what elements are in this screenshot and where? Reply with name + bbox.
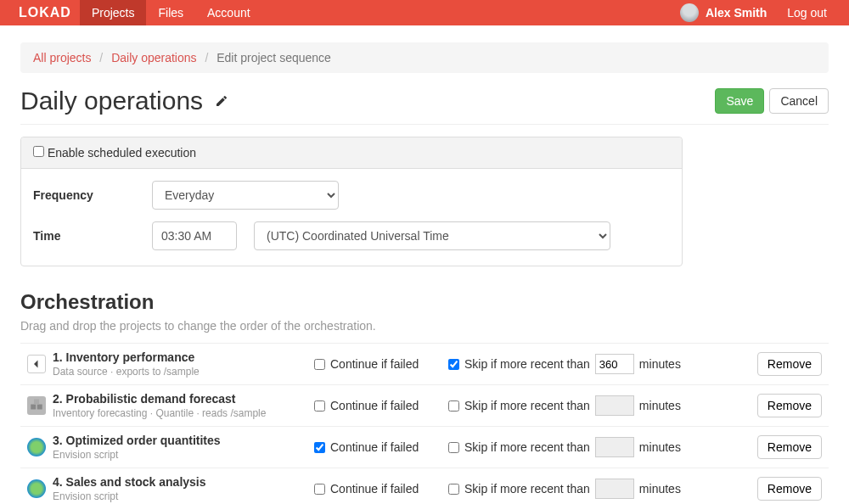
cancel-button[interactable]: Cancel <box>769 88 829 114</box>
save-button[interactable]: Save <box>715 88 764 114</box>
orchestration-help: Drag and drop the projects to change the… <box>20 319 829 333</box>
row-subtitle: Envision script <box>53 490 307 502</box>
frequency-label: Frequency <box>33 188 152 202</box>
enable-scheduled-label[interactable]: Enable scheduled execution <box>33 146 196 160</box>
svg-rect-0 <box>31 405 36 410</box>
continue-if-failed-label: Continue if failed <box>330 357 419 371</box>
row-title: 4. Sales and stock analysis <box>53 475 307 489</box>
remove-button[interactable]: Remove <box>757 435 822 459</box>
brand-logo[interactable]: LOKAD <box>10 0 80 25</box>
remove-button[interactable]: Remove <box>757 394 822 417</box>
minutes-label: minutes <box>639 357 681 371</box>
skip-if-recent-label: Skip if more recent than <box>464 440 590 454</box>
row-subtitle: Envision script <box>53 449 307 461</box>
breadcrumb-current: Edit project sequence <box>216 51 331 64</box>
svg-rect-2 <box>34 400 39 405</box>
continue-if-failed-checkbox[interactable] <box>314 484 325 495</box>
minutes-input[interactable] <box>595 395 634 416</box>
orchestration-row[interactable]: 4. Sales and stock analysis Envision scr… <box>20 468 829 504</box>
remove-button[interactable]: Remove <box>757 352 822 376</box>
skip-if-recent-label: Skip if more recent than <box>464 357 590 371</box>
skip-if-recent-label: Skip if more recent than <box>464 482 590 496</box>
nav-projects[interactable]: Projects <box>80 0 147 25</box>
continue-if-failed-checkbox[interactable] <box>314 359 325 370</box>
nav-logout[interactable]: Log out <box>775 0 839 25</box>
page-title: Daily operations <box>20 87 203 115</box>
breadcrumb-sep: / <box>94 51 108 64</box>
skip-if-recent-label: Skip if more recent than <box>464 399 590 412</box>
breadcrumb-daily-operations[interactable]: Daily operations <box>111 51 196 64</box>
nav-files[interactable]: Files <box>146 0 195 25</box>
breadcrumb-all-projects[interactable]: All projects <box>33 51 91 64</box>
orchestration-row[interactable]: 2. Probabilistic demand forecast Invento… <box>20 385 829 427</box>
row-subtitle: Data source · exports to /sample <box>53 366 307 378</box>
remove-button[interactable]: Remove <box>757 477 822 501</box>
minutes-input[interactable] <box>595 437 634 457</box>
orchestration-row[interactable]: 3. Optimized order quantitites Envision … <box>20 427 829 468</box>
row-icon <box>27 438 46 456</box>
nav-user[interactable]: Alex Smith <box>672 0 775 25</box>
orchestration-row[interactable]: 1. Inventory performance Data source · e… <box>20 344 829 385</box>
skip-if-recent-checkbox[interactable] <box>448 484 459 495</box>
breadcrumb: All projects / Daily operations / Edit p… <box>20 42 829 73</box>
avatar <box>680 3 699 22</box>
row-title: 2. Probabilistic demand forecast <box>53 392 307 406</box>
row-icon <box>27 396 46 415</box>
schedule-panel: Enable scheduled execution Frequency Eve… <box>20 137 683 266</box>
row-icon <box>27 479 46 498</box>
row-icon <box>27 355 46 373</box>
navbar: LOKAD Projects Files Account Alex Smith … <box>0 0 849 25</box>
row-title: 3. Optimized order quantitites <box>53 434 307 447</box>
skip-if-recent-checkbox[interactable] <box>448 400 459 412</box>
breadcrumb-sep: / <box>200 51 213 64</box>
time-label: Time <box>33 229 152 243</box>
user-name: Alex Smith <box>706 6 767 20</box>
orchestration-title: Orchestration <box>20 290 829 314</box>
continue-if-failed-label: Continue if failed <box>330 399 419 412</box>
minutes-input[interactable] <box>595 354 634 374</box>
timezone-select[interactable]: (UTC) Coordinated Universal Time <box>254 221 610 250</box>
continue-if-failed-checkbox[interactable] <box>314 442 325 453</box>
orchestration-list: 1. Inventory performance Data source · e… <box>20 343 829 504</box>
minutes-label: minutes <box>639 440 681 454</box>
skip-if-recent-checkbox[interactable] <box>448 359 459 370</box>
time-input[interactable] <box>152 221 237 250</box>
minutes-label: minutes <box>639 482 681 496</box>
svg-rect-1 <box>37 405 42 410</box>
continue-if-failed-label: Continue if failed <box>330 440 419 454</box>
continue-if-failed-label: Continue if failed <box>330 482 419 496</box>
enable-scheduled-checkbox[interactable] <box>33 146 44 157</box>
minutes-label: minutes <box>639 399 681 412</box>
minutes-input[interactable] <box>595 479 634 499</box>
nav-account[interactable]: Account <box>195 0 262 25</box>
frequency-select[interactable]: Everyday <box>152 181 339 210</box>
skip-if-recent-checkbox[interactable] <box>448 442 459 453</box>
row-title: 1. Inventory performance <box>53 350 307 364</box>
row-subtitle: Inventory forecasting · Quantile · reads… <box>53 407 307 419</box>
edit-icon[interactable] <box>215 94 228 108</box>
continue-if-failed-checkbox[interactable] <box>314 400 325 412</box>
